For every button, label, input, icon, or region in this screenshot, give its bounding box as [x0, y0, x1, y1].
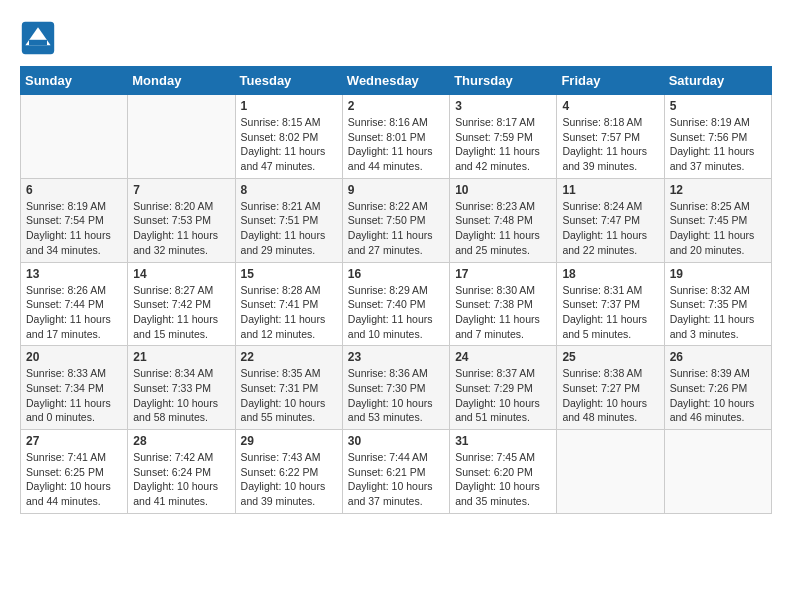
day-info: Sunrise: 8:26 AM Sunset: 7:44 PM Dayligh… — [26, 283, 122, 342]
calendar-cell: 24Sunrise: 8:37 AM Sunset: 7:29 PM Dayli… — [450, 346, 557, 430]
calendar-cell — [664, 430, 771, 514]
calendar-cell: 17Sunrise: 8:30 AM Sunset: 7:38 PM Dayli… — [450, 262, 557, 346]
calendar-cell: 4Sunrise: 8:18 AM Sunset: 7:57 PM Daylig… — [557, 95, 664, 179]
day-info: Sunrise: 8:27 AM Sunset: 7:42 PM Dayligh… — [133, 283, 229, 342]
calendar-cell: 16Sunrise: 8:29 AM Sunset: 7:40 PM Dayli… — [342, 262, 449, 346]
header-thursday: Thursday — [450, 67, 557, 95]
calendar-cell: 18Sunrise: 8:31 AM Sunset: 7:37 PM Dayli… — [557, 262, 664, 346]
calendar-cell: 25Sunrise: 8:38 AM Sunset: 7:27 PM Dayli… — [557, 346, 664, 430]
calendar-cell: 5Sunrise: 8:19 AM Sunset: 7:56 PM Daylig… — [664, 95, 771, 179]
day-info: Sunrise: 8:29 AM Sunset: 7:40 PM Dayligh… — [348, 283, 444, 342]
calendar-cell: 30Sunrise: 7:44 AM Sunset: 6:21 PM Dayli… — [342, 430, 449, 514]
day-number: 5 — [670, 99, 766, 113]
calendar-cell — [557, 430, 664, 514]
day-number: 23 — [348, 350, 444, 364]
day-info: Sunrise: 8:33 AM Sunset: 7:34 PM Dayligh… — [26, 366, 122, 425]
day-number: 14 — [133, 267, 229, 281]
day-number: 24 — [455, 350, 551, 364]
calendar-cell: 28Sunrise: 7:42 AM Sunset: 6:24 PM Dayli… — [128, 430, 235, 514]
calendar-week-2: 6Sunrise: 8:19 AM Sunset: 7:54 PM Daylig… — [21, 178, 772, 262]
day-number: 15 — [241, 267, 337, 281]
day-info: Sunrise: 8:37 AM Sunset: 7:29 PM Dayligh… — [455, 366, 551, 425]
day-info: Sunrise: 8:38 AM Sunset: 7:27 PM Dayligh… — [562, 366, 658, 425]
header-wednesday: Wednesday — [342, 67, 449, 95]
day-number: 2 — [348, 99, 444, 113]
day-info: Sunrise: 8:19 AM Sunset: 7:56 PM Dayligh… — [670, 115, 766, 174]
calendar-cell: 21Sunrise: 8:34 AM Sunset: 7:33 PM Dayli… — [128, 346, 235, 430]
calendar-cell: 2Sunrise: 8:16 AM Sunset: 8:01 PM Daylig… — [342, 95, 449, 179]
day-number: 26 — [670, 350, 766, 364]
day-info: Sunrise: 8:36 AM Sunset: 7:30 PM Dayligh… — [348, 366, 444, 425]
calendar-cell: 6Sunrise: 8:19 AM Sunset: 7:54 PM Daylig… — [21, 178, 128, 262]
calendar-cell: 12Sunrise: 8:25 AM Sunset: 7:45 PM Dayli… — [664, 178, 771, 262]
calendar-cell: 13Sunrise: 8:26 AM Sunset: 7:44 PM Dayli… — [21, 262, 128, 346]
calendar-cell: 15Sunrise: 8:28 AM Sunset: 7:41 PM Dayli… — [235, 262, 342, 346]
day-info: Sunrise: 8:19 AM Sunset: 7:54 PM Dayligh… — [26, 199, 122, 258]
day-info: Sunrise: 7:43 AM Sunset: 6:22 PM Dayligh… — [241, 450, 337, 509]
day-number: 30 — [348, 434, 444, 448]
day-number: 7 — [133, 183, 229, 197]
calendar-cell: 9Sunrise: 8:22 AM Sunset: 7:50 PM Daylig… — [342, 178, 449, 262]
day-number: 10 — [455, 183, 551, 197]
day-info: Sunrise: 7:44 AM Sunset: 6:21 PM Dayligh… — [348, 450, 444, 509]
day-number: 4 — [562, 99, 658, 113]
day-number: 8 — [241, 183, 337, 197]
calendar-cell: 31Sunrise: 7:45 AM Sunset: 6:20 PM Dayli… — [450, 430, 557, 514]
calendar-cell: 20Sunrise: 8:33 AM Sunset: 7:34 PM Dayli… — [21, 346, 128, 430]
day-info: Sunrise: 8:28 AM Sunset: 7:41 PM Dayligh… — [241, 283, 337, 342]
day-number: 19 — [670, 267, 766, 281]
day-number: 29 — [241, 434, 337, 448]
calendar-week-1: 1Sunrise: 8:15 AM Sunset: 8:02 PM Daylig… — [21, 95, 772, 179]
calendar-week-5: 27Sunrise: 7:41 AM Sunset: 6:25 PM Dayli… — [21, 430, 772, 514]
calendar-cell: 1Sunrise: 8:15 AM Sunset: 8:02 PM Daylig… — [235, 95, 342, 179]
day-info: Sunrise: 8:34 AM Sunset: 7:33 PM Dayligh… — [133, 366, 229, 425]
logo-icon — [20, 20, 56, 56]
calendar-cell: 11Sunrise: 8:24 AM Sunset: 7:47 PM Dayli… — [557, 178, 664, 262]
svg-rect-2 — [29, 40, 47, 45]
day-number: 28 — [133, 434, 229, 448]
calendar-cell: 27Sunrise: 7:41 AM Sunset: 6:25 PM Dayli… — [21, 430, 128, 514]
day-number: 11 — [562, 183, 658, 197]
calendar-cell — [128, 95, 235, 179]
day-info: Sunrise: 8:17 AM Sunset: 7:59 PM Dayligh… — [455, 115, 551, 174]
header-monday: Monday — [128, 67, 235, 95]
day-info: Sunrise: 8:18 AM Sunset: 7:57 PM Dayligh… — [562, 115, 658, 174]
calendar-cell: 23Sunrise: 8:36 AM Sunset: 7:30 PM Dayli… — [342, 346, 449, 430]
calendar-table: SundayMondayTuesdayWednesdayThursdayFrid… — [20, 66, 772, 514]
logo — [20, 20, 60, 56]
day-info: Sunrise: 7:41 AM Sunset: 6:25 PM Dayligh… — [26, 450, 122, 509]
day-info: Sunrise: 8:32 AM Sunset: 7:35 PM Dayligh… — [670, 283, 766, 342]
day-number: 27 — [26, 434, 122, 448]
calendar-cell: 3Sunrise: 8:17 AM Sunset: 7:59 PM Daylig… — [450, 95, 557, 179]
calendar-cell: 10Sunrise: 8:23 AM Sunset: 7:48 PM Dayli… — [450, 178, 557, 262]
calendar-cell — [21, 95, 128, 179]
day-number: 20 — [26, 350, 122, 364]
day-info: Sunrise: 8:25 AM Sunset: 7:45 PM Dayligh… — [670, 199, 766, 258]
calendar-cell: 29Sunrise: 7:43 AM Sunset: 6:22 PM Dayli… — [235, 430, 342, 514]
day-number: 1 — [241, 99, 337, 113]
day-info: Sunrise: 8:31 AM Sunset: 7:37 PM Dayligh… — [562, 283, 658, 342]
day-number: 3 — [455, 99, 551, 113]
calendar-cell: 7Sunrise: 8:20 AM Sunset: 7:53 PM Daylig… — [128, 178, 235, 262]
header-sunday: Sunday — [21, 67, 128, 95]
day-number: 18 — [562, 267, 658, 281]
day-info: Sunrise: 8:21 AM Sunset: 7:51 PM Dayligh… — [241, 199, 337, 258]
day-number: 12 — [670, 183, 766, 197]
calendar-header-row: SundayMondayTuesdayWednesdayThursdayFrid… — [21, 67, 772, 95]
day-info: Sunrise: 7:42 AM Sunset: 6:24 PM Dayligh… — [133, 450, 229, 509]
day-info: Sunrise: 7:45 AM Sunset: 6:20 PM Dayligh… — [455, 450, 551, 509]
calendar-week-3: 13Sunrise: 8:26 AM Sunset: 7:44 PM Dayli… — [21, 262, 772, 346]
day-info: Sunrise: 8:23 AM Sunset: 7:48 PM Dayligh… — [455, 199, 551, 258]
calendar-cell: 22Sunrise: 8:35 AM Sunset: 7:31 PM Dayli… — [235, 346, 342, 430]
day-info: Sunrise: 8:15 AM Sunset: 8:02 PM Dayligh… — [241, 115, 337, 174]
calendar-cell: 8Sunrise: 8:21 AM Sunset: 7:51 PM Daylig… — [235, 178, 342, 262]
day-number: 16 — [348, 267, 444, 281]
day-info: Sunrise: 8:35 AM Sunset: 7:31 PM Dayligh… — [241, 366, 337, 425]
day-number: 31 — [455, 434, 551, 448]
day-info: Sunrise: 8:22 AM Sunset: 7:50 PM Dayligh… — [348, 199, 444, 258]
day-number: 6 — [26, 183, 122, 197]
day-number: 17 — [455, 267, 551, 281]
calendar-cell: 26Sunrise: 8:39 AM Sunset: 7:26 PM Dayli… — [664, 346, 771, 430]
day-info: Sunrise: 8:30 AM Sunset: 7:38 PM Dayligh… — [455, 283, 551, 342]
header-saturday: Saturday — [664, 67, 771, 95]
